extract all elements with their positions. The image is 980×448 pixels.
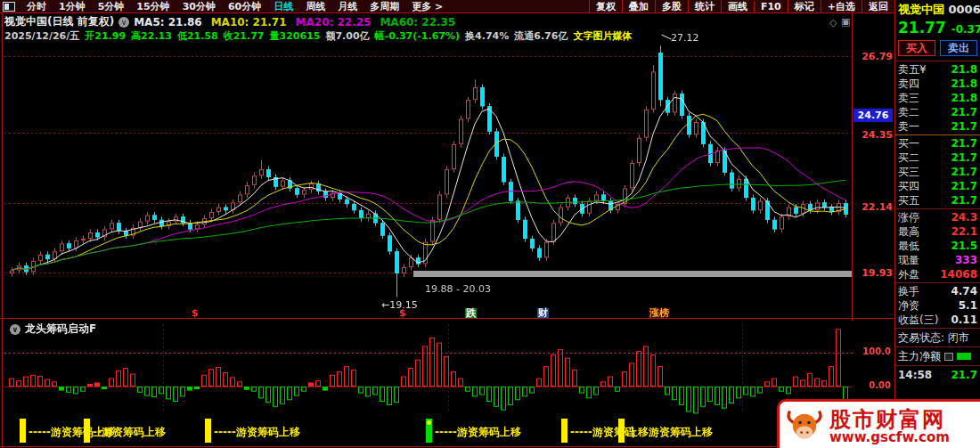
stat-row-label: 最高 bbox=[898, 224, 919, 239]
chip-shift-label: -----游资筹码上移 bbox=[435, 425, 521, 440]
chip-shift-marker bbox=[426, 419, 432, 443]
menu-item-周线[interactable]: 周线 bbox=[299, 0, 331, 13]
menu-item-F10[interactable]: F10 bbox=[754, 1, 788, 12]
buy-level[interactable]: 买四21.7 bbox=[895, 179, 980, 193]
candlestick-chart[interactable] bbox=[3, 41, 853, 308]
chip-shift-label: -----游资筹码上移 bbox=[214, 425, 300, 440]
menu-item-60分钟[interactable]: 60分钟 bbox=[222, 0, 267, 13]
buy-level[interactable]: 买一21.7 bbox=[895, 136, 980, 151]
stat-row-label: 外盘 bbox=[898, 267, 919, 281]
sell-level-value: 21.8 bbox=[951, 77, 977, 91]
buy-levels: 买一21.7买二21.7买三21.7买四21.7买五21.7 bbox=[895, 136, 980, 208]
window-split-icon[interactable] bbox=[3, 2, 15, 12]
menu-item-画线[interactable]: 画线 bbox=[721, 0, 754, 13]
sell-level-label: 卖一 bbox=[898, 119, 919, 134]
main-capital-row: 主力净额 bbox=[895, 348, 980, 364]
stat-row: 外盘14068 bbox=[895, 267, 980, 281]
divider bbox=[895, 346, 980, 347]
stat-row-label: 收益(三) bbox=[898, 313, 938, 327]
buy-level[interactable]: 买五21.7 bbox=[895, 193, 980, 208]
chip-shift-marker bbox=[561, 419, 568, 443]
chart-header: 视觉中国(日线 前复权) ∨ MA5: 21.86MA10: 21.71MA20… bbox=[4, 15, 464, 29]
bottom-border bbox=[0, 446, 895, 447]
menu-item-分时[interactable]: 分时 bbox=[20, 0, 53, 13]
chip-shift-marker bbox=[205, 419, 211, 443]
trade-status: 交易状态: 闭市 bbox=[898, 330, 969, 346]
stat-row-label: 换手 bbox=[898, 284, 919, 298]
chip-shift-marker bbox=[618, 419, 625, 443]
price-label: 24.35 bbox=[853, 129, 893, 141]
indicator-histogram[interactable] bbox=[3, 321, 853, 416]
sell-level[interactable]: 卖二21.7 bbox=[895, 105, 980, 119]
trading-terminal: 分时1分钟5分钟15分钟30分钟60分钟日线周线月线多周期更多 > 复权叠加多股… bbox=[0, 0, 980, 448]
sell-levels: 卖五¥21.8卖四21.8卖三21.8卖二21.7卖一21.7 bbox=[895, 62, 980, 134]
buy-level-label: 买四 bbox=[898, 179, 919, 193]
stat-row: 收益(三)0.11 bbox=[895, 313, 980, 327]
stat-row: 最低21.5 bbox=[895, 239, 980, 253]
menu-item-叠加[interactable]: 叠加 bbox=[622, 0, 655, 13]
sell-level[interactable]: 卖五¥21.8 bbox=[895, 62, 980, 77]
info-token: 2025/12/26/五 bbox=[4, 29, 79, 41]
menu-item-日线[interactable]: 日线 bbox=[267, 0, 299, 13]
buy-level[interactable]: 买三21.7 bbox=[895, 165, 980, 179]
stat-row: 最高22.1 bbox=[895, 224, 980, 239]
buy-level-value: 21.7 bbox=[951, 165, 977, 179]
buy-level-label: 买一 bbox=[898, 136, 919, 151]
price-label: 26.79 bbox=[853, 51, 893, 62]
chip-shift-label: -----游资筹码 bbox=[570, 425, 635, 440]
sell-level-value: 21.7 bbox=[951, 119, 977, 134]
buy-level-value: 21.7 bbox=[951, 193, 977, 208]
sell-level[interactable]: 卖三21.8 bbox=[895, 91, 980, 105]
sell-level-label: 卖四 bbox=[898, 77, 919, 91]
ma-value: MA20: 22.25 bbox=[296, 16, 372, 29]
stat-row: 净资5.1 bbox=[895, 298, 980, 313]
sell-level[interactable]: 卖四21.8 bbox=[895, 77, 980, 91]
diamond-icon[interactable]: ◇ bbox=[829, 18, 837, 28]
menu-item-月线[interactable]: 月线 bbox=[331, 0, 363, 13]
divider bbox=[895, 282, 980, 283]
divider bbox=[895, 328, 980, 329]
sell-level-label: 卖三 bbox=[898, 91, 919, 105]
maximize-icon[interactable]: ▣ bbox=[841, 17, 850, 27]
panel-separator bbox=[0, 318, 895, 319]
list-icon[interactable] bbox=[944, 353, 953, 361]
menu-item-更多 >[interactable]: 更多 > bbox=[405, 0, 449, 13]
info-token: 文字图片媒体 bbox=[573, 29, 632, 41]
sell-button[interactable]: 卖出 bbox=[940, 40, 977, 56]
high-annotation: 27.12 bbox=[671, 32, 699, 44]
collapse-chevron-icon[interactable]: ∨ bbox=[118, 17, 129, 28]
stat-row-value: 4.74 bbox=[951, 284, 977, 298]
info-token: 换4.74% bbox=[465, 29, 509, 41]
menu-item-多周期[interactable]: 多周期 bbox=[363, 0, 405, 13]
chip-shift-label: 上移游资筹码上移 bbox=[627, 425, 713, 440]
menu-item-返回[interactable]: 返回 bbox=[862, 0, 895, 13]
quote-sidebar: 视觉中国 00068 21.77 -0.37 -1.67% 买入 卖出 卖五¥2… bbox=[894, 0, 980, 448]
watermark-url: www.gscfw.com bbox=[829, 431, 950, 445]
stock-name-row: 视觉中国 00068 bbox=[895, 0, 980, 18]
menu-item-多股[interactable]: 多股 bbox=[655, 0, 688, 13]
menu-item-5分钟[interactable]: 5分钟 bbox=[92, 0, 131, 13]
stat-row: 换手4.74 bbox=[895, 284, 980, 298]
menu-item-统计[interactable]: 统计 bbox=[688, 0, 721, 13]
buy-level-label: 买二 bbox=[898, 151, 919, 165]
main-capital-label: 主力净额 bbox=[898, 349, 941, 364]
menu-item-复权[interactable]: 复权 bbox=[589, 0, 622, 13]
buy-level-value: 21.7 bbox=[951, 179, 977, 193]
sell-level-label: 卖二 bbox=[898, 105, 919, 119]
menu-item-+自选[interactable]: +自选 bbox=[821, 0, 862, 13]
menu-item-30分钟[interactable]: 30分钟 bbox=[176, 0, 222, 13]
info-token: 流通6.76亿 bbox=[514, 29, 568, 41]
info-token: 收21.77 bbox=[224, 29, 265, 41]
buy-level[interactable]: 买二21.7 bbox=[895, 151, 980, 165]
buy-button[interactable]: 买入 bbox=[898, 40, 935, 56]
indicator-axis-label: 0.00 bbox=[853, 380, 891, 390]
menu-item-标记[interactable]: 标记 bbox=[788, 0, 821, 13]
stat-row-label: 净资 bbox=[898, 298, 919, 313]
indicator-collapse-icon[interactable]: ∨ bbox=[10, 324, 20, 335]
menu-item-1分钟[interactable]: 1分钟 bbox=[53, 0, 92, 13]
menu-item-15分钟[interactable]: 15分钟 bbox=[130, 0, 176, 13]
stat-rows: 涨停24.3最高22.1最低21.5现量333外盘14068 bbox=[895, 210, 980, 281]
sell-level-value: 21.8 bbox=[951, 62, 977, 77]
divider bbox=[895, 134, 980, 135]
sell-level[interactable]: 卖一21.7 bbox=[895, 119, 980, 134]
